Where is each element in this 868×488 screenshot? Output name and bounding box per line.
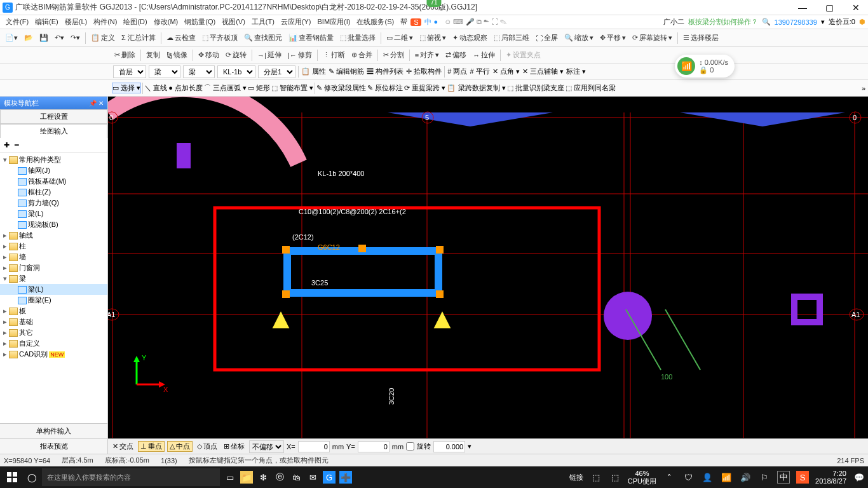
- tray-icon-1[interactable]: ⬚: [590, 471, 602, 484]
- network-widget[interactable]: 📶 ↕ 0.00K/s 🔒 0: [675, 55, 735, 78]
- notification-badge[interactable]: 71: [426, 0, 441, 7]
- help-question[interactable]: 板按梁分割如何操作？: [688, 17, 758, 27]
- tree-node[interactable]: ▸板: [0, 306, 107, 316]
- tray-shield-icon[interactable]: 🛡: [682, 471, 695, 484]
- app-ggj-icon[interactable]: G: [323, 471, 336, 484]
- tab-project-settings[interactable]: 工程设置: [0, 109, 107, 124]
- app-edge-icon[interactable]: ⓔ: [273, 471, 286, 484]
- subcategory-select[interactable]: 梁: [183, 65, 215, 78]
- taskbar-clock[interactable]: 7:202018/8/27: [815, 470, 846, 485]
- view-top-button[interactable]: ⬚ 俯视 ▾: [417, 32, 449, 44]
- user-label[interactable]: 广小二: [663, 17, 684, 27]
- category-select[interactable]: 梁: [149, 65, 180, 78]
- tree-node[interactable]: ▸其它: [0, 327, 107, 338]
- start-button[interactable]: [3, 468, 22, 487]
- account-phone[interactable]: 13907298339: [775, 18, 817, 26]
- menu-floor[interactable]: 楼层(L): [62, 17, 90, 27]
- sum-calc-button[interactable]: Σ 汇总计算: [119, 32, 158, 44]
- span-copy-button[interactable]: 📋 梁跨数据复制 ▾: [447, 83, 505, 93]
- app-360-icon[interactable]: ❇: [257, 471, 269, 484]
- line-tool[interactable]: ＼ 直线: [144, 83, 167, 93]
- menu-bim[interactable]: BIM应用(I): [315, 17, 354, 27]
- split-button[interactable]: ✂ 分割: [381, 49, 407, 61]
- select-tool[interactable]: ▭ 选择 ▾: [112, 83, 141, 93]
- rotate-input[interactable]: [433, 441, 465, 452]
- drawing-canvas[interactable]: Y X KL-1b 200*400 C10@100(2)/C8@200(2) 2…: [108, 97, 868, 454]
- tree-node[interactable]: 圈梁(E): [0, 295, 107, 306]
- two-point-button[interactable]: # 两点: [447, 67, 467, 76]
- grip-button[interactable]: ✦ 设置夹点: [503, 49, 543, 61]
- trim-button[interactable]: |← 修剪: [285, 49, 315, 61]
- app-explorer-icon[interactable]: 📁: [240, 471, 253, 484]
- menu-tools[interactable]: 工具(T): [248, 17, 278, 27]
- app-store-icon[interactable]: 🛍: [290, 471, 302, 484]
- menu-modify[interactable]: 修改(M): [151, 17, 182, 27]
- align-button[interactable]: ≡ 对齐 ▾: [412, 49, 442, 61]
- layer-select[interactable]: 分层1: [258, 65, 295, 78]
- app-mail-icon[interactable]: ✉: [306, 471, 319, 484]
- tree-node[interactable]: ▾梁: [0, 273, 107, 284]
- modify-beam-seg-button[interactable]: ✎ 修改梁段属性: [316, 83, 366, 93]
- local-3d-button[interactable]: ⬚ 局部三维: [491, 32, 532, 44]
- snap-perp[interactable]: ⊥ 垂点: [138, 441, 165, 452]
- menu-edit[interactable]: 编辑(E): [32, 17, 62, 27]
- tree-node[interactable]: ▸墙: [0, 252, 107, 262]
- menu-member[interactable]: 构件(N): [90, 17, 120, 27]
- tree-node[interactable]: ▸门窗洞: [0, 262, 107, 273]
- batch-select-button[interactable]: ⬚ 批量选择: [337, 32, 378, 44]
- move-button[interactable]: ✥ 移动: [196, 49, 222, 61]
- property-button[interactable]: 📋 属性: [301, 67, 326, 76]
- copy-button[interactable]: 复制: [144, 49, 163, 61]
- menu-draw[interactable]: 绘图(D): [120, 17, 150, 27]
- menu-cloud[interactable]: 云应用(Y): [278, 17, 315, 27]
- search-icon[interactable]: 🔍: [762, 18, 771, 26]
- menu-file[interactable]: 文件(F): [3, 17, 32, 27]
- pick-member-button[interactable]: ✛ 拾取构件: [406, 67, 442, 76]
- stretch-button[interactable]: ↔ 拉伸: [470, 49, 498, 61]
- tab-draw-input[interactable]: 绘图输入: [0, 124, 107, 138]
- phone-dropdown-icon[interactable]: ▾: [821, 18, 825, 26]
- snap-intersect[interactable]: ✕ 交点: [111, 442, 135, 451]
- repick-span-button[interactable]: ⟳ 重提梁跨 ▾: [404, 83, 445, 93]
- tree-node[interactable]: ▸基础: [0, 316, 107, 327]
- tree-node[interactable]: 梁(L): [0, 284, 107, 295]
- tree-node[interactable]: ▾常用构件类型: [0, 154, 107, 165]
- maximize-button[interactable]: ▢: [820, 3, 839, 13]
- edit-rebar-button[interactable]: ✎ 编辑钢筋: [329, 67, 364, 76]
- parallel-button[interactable]: # 平行: [470, 67, 489, 76]
- snap-mid[interactable]: △ 中点: [167, 441, 193, 452]
- extend-button[interactable]: →| 延伸: [255, 49, 284, 61]
- offset-select[interactable]: 不偏移: [249, 440, 284, 453]
- tray-wifi-icon[interactable]: 📶: [720, 471, 733, 484]
- new-button[interactable]: 📄▾: [3, 32, 20, 43]
- tree-expand-icon[interactable]: ✚: [4, 141, 10, 149]
- pan-button[interactable]: ✥ 平移 ▾: [597, 32, 628, 44]
- tray-icon-2[interactable]: ⬚: [609, 471, 621, 484]
- mirror-button[interactable]: ⧎ 镜像: [164, 49, 190, 61]
- sidebar-pin-icon[interactable]: 📌 ✕: [89, 100, 104, 107]
- save-button[interactable]: 💾: [37, 32, 51, 43]
- merge-button[interactable]: ⊕ 合并: [349, 49, 375, 61]
- view-2d-button[interactable]: ▭ 二维 ▾: [384, 32, 416, 44]
- tree-node[interactable]: ▸自定义: [0, 338, 107, 349]
- cpu-meter[interactable]: 46%CPU使用: [628, 470, 656, 485]
- select-floor-button[interactable]: ☰ 选择楼层: [681, 32, 721, 44]
- tray-ime-icon[interactable]: 中: [777, 471, 790, 484]
- screen-rotate-button[interactable]: ⟳ 屏幕旋转 ▾: [630, 32, 675, 44]
- snap-vertex[interactable]: ◇ 顶点: [195, 442, 219, 451]
- taskbar-search[interactable]: 在这里输入你要搜索的内容: [42, 468, 220, 486]
- app-gtj-icon[interactable]: ➕: [339, 471, 352, 484]
- level-slab-button[interactable]: ⬚ 平齐板顶: [200, 32, 240, 44]
- tree-node[interactable]: ▸CAD识别NEW: [0, 349, 107, 360]
- view-rebar-button[interactable]: 📊 查看钢筋量: [286, 32, 336, 44]
- tray-net-icon[interactable]: 👤: [701, 471, 714, 484]
- undo-button[interactable]: ↶▾: [52, 32, 67, 43]
- y-input[interactable]: [358, 441, 390, 452]
- member-list-button[interactable]: ☰ 构件列表: [367, 67, 403, 76]
- rotate-button[interactable]: ⟳ 旋转: [223, 49, 249, 61]
- arc-tool[interactable]: ⌒ 三点画弧 ▾: [204, 83, 247, 93]
- point-length-tool[interactable]: ● 点加长度: [168, 83, 203, 93]
- tree-node[interactable]: ▸柱: [0, 241, 107, 252]
- cortana-icon[interactable]: ◯: [25, 471, 38, 484]
- annotate-button[interactable]: 标注 ▾: [566, 67, 586, 76]
